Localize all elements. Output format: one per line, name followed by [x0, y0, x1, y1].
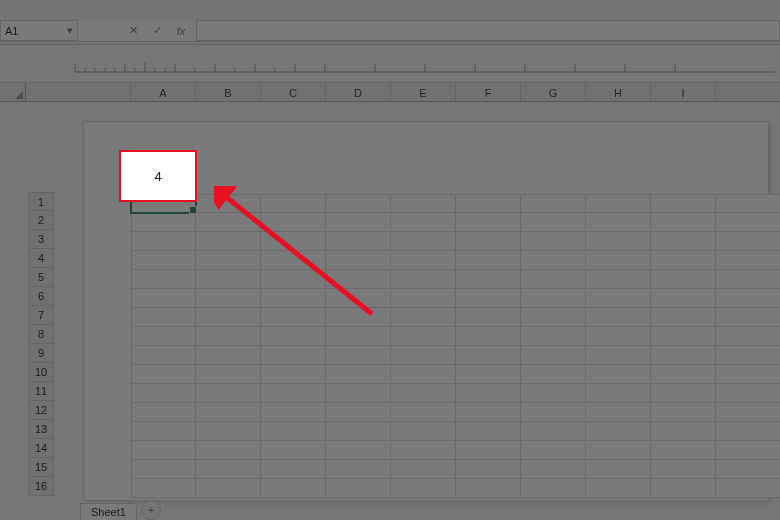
cell[interactable]: [716, 384, 780, 403]
cell[interactable]: [456, 251, 521, 270]
cell[interactable]: [391, 403, 456, 422]
column-header-h[interactable]: H: [586, 83, 651, 101]
cell[interactable]: [261, 365, 326, 384]
cell[interactable]: [196, 232, 261, 251]
cell[interactable]: [456, 346, 521, 365]
cell[interactable]: [651, 308, 716, 327]
column-header-e[interactable]: E: [391, 83, 456, 101]
cell[interactable]: [391, 327, 456, 346]
cell[interactable]: [196, 441, 261, 460]
cell[interactable]: [651, 346, 716, 365]
cell[interactable]: [456, 308, 521, 327]
cell[interactable]: [586, 441, 651, 460]
column-header-g[interactable]: G: [521, 83, 586, 101]
cell[interactable]: [521, 213, 586, 232]
cell[interactable]: [391, 270, 456, 289]
cell[interactable]: [651, 441, 716, 460]
cell[interactable]: [521, 403, 586, 422]
cell[interactable]: [261, 403, 326, 422]
cell[interactable]: [716, 441, 780, 460]
cell[interactable]: [261, 270, 326, 289]
cell-grid[interactable]: [131, 194, 758, 498]
cell[interactable]: [196, 194, 261, 213]
fx-icon[interactable]: fx: [174, 25, 188, 37]
cell[interactable]: [586, 232, 651, 251]
cell[interactable]: [261, 441, 326, 460]
cell[interactable]: [651, 232, 716, 251]
cell[interactable]: [131, 251, 196, 270]
cell[interactable]: [196, 384, 261, 403]
row-header[interactable]: 15: [28, 458, 54, 477]
cell[interactable]: [521, 270, 586, 289]
cell[interactable]: [261, 194, 326, 213]
column-header-a[interactable]: A: [131, 83, 196, 101]
column-header-b[interactable]: B: [196, 83, 261, 101]
cell[interactable]: [716, 422, 780, 441]
cell[interactable]: [261, 308, 326, 327]
cell[interactable]: [586, 213, 651, 232]
cell[interactable]: [716, 251, 780, 270]
cell[interactable]: [196, 327, 261, 346]
cell[interactable]: [521, 232, 586, 251]
cell[interactable]: [131, 422, 196, 441]
cell[interactable]: [196, 289, 261, 308]
cell[interactable]: [326, 441, 391, 460]
cell[interactable]: [456, 403, 521, 422]
cell[interactable]: [521, 479, 586, 498]
row-header[interactable]: 5: [28, 268, 54, 287]
cell[interactable]: [196, 460, 261, 479]
cell[interactable]: [456, 327, 521, 346]
row-header[interactable]: 9: [28, 344, 54, 363]
cell[interactable]: [261, 479, 326, 498]
cell[interactable]: [326, 194, 391, 213]
cell[interactable]: [131, 384, 196, 403]
cell[interactable]: [651, 289, 716, 308]
cell[interactable]: [651, 403, 716, 422]
row-header[interactable]: 1: [28, 192, 54, 211]
cell[interactable]: [651, 194, 716, 213]
cell[interactable]: [326, 346, 391, 365]
row-header[interactable]: 12: [28, 401, 54, 420]
cell[interactable]: [131, 346, 196, 365]
cell[interactable]: [326, 365, 391, 384]
cell[interactable]: [716, 194, 780, 213]
cell[interactable]: [326, 251, 391, 270]
cell[interactable]: [391, 479, 456, 498]
cell[interactable]: [586, 365, 651, 384]
cell[interactable]: [131, 232, 196, 251]
confirm-icon[interactable]: ✓: [150, 24, 164, 37]
cell[interactable]: [326, 403, 391, 422]
cell[interactable]: [651, 460, 716, 479]
cell[interactable]: [261, 422, 326, 441]
cell[interactable]: [586, 289, 651, 308]
column-header-c[interactable]: C: [261, 83, 326, 101]
row-header[interactable]: 4: [28, 249, 54, 268]
cell[interactable]: [716, 403, 780, 422]
cell[interactable]: [521, 289, 586, 308]
cell[interactable]: [586, 346, 651, 365]
cell[interactable]: [716, 289, 780, 308]
cell[interactable]: [391, 441, 456, 460]
cell[interactable]: [196, 251, 261, 270]
cell[interactable]: [196, 479, 261, 498]
row-header[interactable]: 6: [28, 287, 54, 306]
cell[interactable]: [716, 232, 780, 251]
cell[interactable]: [586, 479, 651, 498]
cell[interactable]: [521, 251, 586, 270]
cell[interactable]: [131, 213, 196, 232]
cell[interactable]: [131, 441, 196, 460]
cell[interactable]: [456, 213, 521, 232]
cell[interactable]: [716, 460, 780, 479]
cell[interactable]: [651, 384, 716, 403]
row-header[interactable]: 8: [28, 325, 54, 344]
cell[interactable]: [716, 308, 780, 327]
cell[interactable]: [456, 422, 521, 441]
cell[interactable]: [456, 270, 521, 289]
cell[interactable]: [326, 327, 391, 346]
cell[interactable]: [716, 327, 780, 346]
cell[interactable]: [456, 194, 521, 213]
cell[interactable]: [456, 365, 521, 384]
cell[interactable]: [456, 479, 521, 498]
row-header[interactable]: 3: [28, 230, 54, 249]
cell[interactable]: [391, 308, 456, 327]
